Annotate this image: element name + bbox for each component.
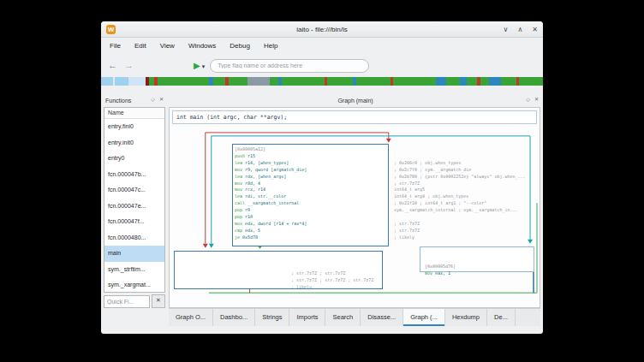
memory-segment[interactable] [247,77,270,86]
asm-instruction-row[interactable]: lea rdx, [when_args]; 0x2b780 ; {pstr 0x… [235,174,539,181]
function-list-item[interactable]: fcn.000047c... [104,182,164,199]
tab-search[interactable]: Search [325,309,361,326]
chevron-down-icon[interactable]: ▾ [202,63,206,70]
asm-instruction-row[interactable]: cmp edx, 5; str.7z7Z [235,228,539,234]
graph-column: Graph (main) ◇ ✕ int main (int argc, cha… [169,94,540,334]
asm-comment-line: ; str.7z7Z ; str.7z7Z ; str.7z7Z [291,277,382,284]
function-list-item[interactable]: fcn.0000480... [104,230,164,246]
tab-graph-o[interactable]: Graph O... [169,309,213,326]
toolbar: ← → ▶ ▾ [101,54,543,77]
menu-item-view[interactable]: View [153,38,182,54]
memory-segment[interactable] [327,77,353,86]
function-list-item[interactable]: entry.fini0 [104,119,164,135]
float-dock-icon[interactable]: ◇ [526,96,530,102]
desktop-background: W iaito - file:///bin/ls ∨ ∧ ✕ FileEditV… [0,0,644,362]
memory-segment[interactable] [393,77,436,86]
iaito-window: W iaito - file:///bin/ls ∨ ∧ ✕ FileEditV… [101,21,543,334]
asm-instruction-row[interactable]: mov r9, qword [argmatch_die]; 0x2c7f0 ; … [235,167,539,174]
graph-canvas[interactable]: [0x00005a12]push r15lea r14, [when_types… [170,127,539,306]
memory-segment[interactable] [436,77,446,86]
close-button[interactable]: ✕ [532,26,538,33]
asm-comment-line: ; str.7z7Z ; str.7z7Z [291,270,382,277]
menu-item-edit[interactable]: Edit [128,38,153,54]
close-dock-icon[interactable]: ✕ [534,96,539,102]
functions-column-header[interactable]: Name [104,108,164,119]
function-list-item[interactable]: main [104,246,164,262]
menu-item-windows[interactable]: Windows [182,38,223,54]
memory-segment[interactable] [519,77,543,86]
asm-instruction-row[interactable]: call __sargmatch_internal; 0x21f10 ; int… [235,200,539,207]
clear-filter-button[interactable]: ✕ [152,294,165,308]
asm-instruction-row[interactable]: mov rcx, r14int64_t arg5 [235,187,539,193]
functions-dock-title: Functions [104,98,131,104]
tab-graph[interactable]: Graph (... [403,309,445,326]
function-list-item[interactable]: sym._xargmat... [104,277,164,292]
function-list-item[interactable]: fcn.000047f... [104,214,164,230]
memory-segment[interactable] [282,77,325,86]
memory-segment[interactable] [115,77,128,86]
memory-map-strip [101,77,543,86]
tab-dashbo[interactable]: Dashbo... [213,309,255,326]
asm-instruction-row[interactable]: lea rdi, str.__colorint64_t arg4 ; obj.w… [235,193,539,200]
memory-segment[interactable] [489,77,501,86]
block-address: [0x00005a12] [235,146,539,153]
asm-instruction-row[interactable]: mov r8d, 4; str.7z7Z [235,181,539,187]
maximize-button[interactable]: ∧ [517,26,522,33]
asm-instruction-row[interactable]: mov edx, dword [r14 + rax*4]; str.7z7Z [235,221,539,228]
menu-item-help[interactable]: Help [257,38,284,54]
memory-segment[interactable] [158,77,209,86]
forward-button[interactable]: → [124,61,134,70]
function-list-item[interactable]: fcn.000047e... [104,199,164,215]
functions-list: entry.fini0entry.init0entry0fcn.000047b.… [104,119,164,292]
memory-segment[interactable] [270,77,278,86]
memory-segment[interactable] [213,77,225,86]
memory-segment[interactable] [128,77,146,86]
memory-segment[interactable] [501,77,516,86]
memory-segment[interactable] [480,77,489,86]
graph-dock-header[interactable]: Graph (main) ◇ ✕ [169,94,540,107]
asm-instruction-row[interactable]: pop r10 [235,214,539,221]
address-search-input[interactable] [210,59,369,73]
minimize-button[interactable]: ∨ [504,26,509,33]
asm-instruction-row[interactable]: pop r9sym.__sargmatch_internal ; sym.__s… [235,207,539,214]
memory-segment[interactable] [356,77,391,86]
window-title: iaito - file:///bin/ls [101,26,543,33]
menu-item-file[interactable]: File [103,38,128,54]
functions-filter-row: ✕ [104,294,165,308]
asm-instruction-row[interactable]: push r15 [235,153,539,160]
quick-filter-input[interactable] [104,295,150,308]
graph-dock: Graph (main) ◇ ✕ int main (int argc, cha… [169,94,540,308]
tab-strings[interactable]: Strings [255,309,289,326]
functions-column: Functions ◇ ✕ Name entry.fini0entry.init… [104,94,165,334]
memory-segment[interactable] [467,77,477,86]
memory-segment[interactable] [460,77,467,86]
memory-segment[interactable] [101,77,113,86]
graph-node-true-branch[interactable]: [0x00005d76]mov eax, 1 [420,246,534,272]
tab-hexdump[interactable]: Hexdump [445,309,487,326]
tab-de[interactable]: De... [487,309,516,326]
close-dock-icon[interactable]: ✕ [159,96,164,102]
function-list-item[interactable]: entry.init0 [104,135,164,151]
back-button[interactable]: ← [108,61,117,70]
tab-disasse[interactable]: Disasse... [361,309,403,326]
continue-button[interactable]: ▶ [194,61,200,70]
function-list-item[interactable]: entry0 [104,151,164,167]
tab-imports[interactable]: Imports [289,309,325,326]
memory-segment[interactable] [446,77,460,86]
function-list-item[interactable]: sym._strftim... [104,262,164,278]
asm-instruction-row[interactable]: je 0x5d78; likely [235,234,539,241]
asm-instruction-row[interactable]: lea r14, [when_types]; 0x206c0 ; obj.whe… [235,160,539,167]
asm-comment-line: ; likely [291,284,382,291]
graph-dock-title: Graph (main) [169,98,540,104]
memory-segment[interactable] [229,77,247,86]
app-icon: W [106,25,116,34]
float-dock-icon[interactable]: ◇ [151,96,155,102]
titlebar[interactable]: W iaito - file:///bin/ls ∨ ∧ ✕ [101,21,543,38]
functions-dock-header[interactable]: Functions ◇ ✕ [104,94,165,107]
function-list-item[interactable]: fcn.000047b... [104,167,164,183]
graph-node-false-branch[interactable]: ; str.7z7Z ; str.7z7Z; str.7z7Z ; str.7z… [174,251,383,289]
functions-list-box: Name entry.fini0entry.init0entry0fcn.000… [104,107,165,293]
menu-item-debug[interactable]: Debug [223,38,257,54]
left-block-lines: ; str.7z7Z ; str.7z7Z; str.7z7Z ; str.7z… [291,270,382,291]
asm-instruction-row[interactable]: mov eax, 1 [425,270,534,277]
